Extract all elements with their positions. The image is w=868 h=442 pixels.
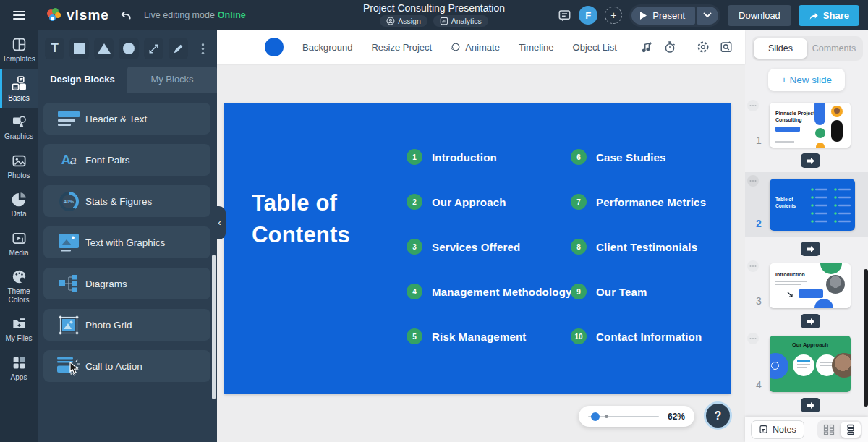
- zoom-slider-thumb[interactable]: [591, 412, 600, 421]
- share-label: Share: [823, 10, 849, 21]
- slide-thumbnail-4[interactable]: Our Approach: [770, 336, 851, 392]
- slides-scrollbar[interactable]: [864, 269, 868, 407]
- tab-design-blocks[interactable]: Design Blocks: [38, 67, 127, 93]
- comment-indicator-icon[interactable]: [747, 175, 759, 187]
- slide-number: 3: [752, 295, 765, 307]
- block-font-pairs[interactable]: Aa Font Pairs: [43, 144, 210, 176]
- animate-button[interactable]: Animate: [451, 42, 500, 53]
- comment-indicator-icon[interactable]: [747, 260, 759, 272]
- block-label: Photo Grid: [85, 320, 132, 331]
- toc-item[interactable]: 5 Risk Management: [407, 328, 572, 344]
- block-label: Call to Action: [85, 361, 142, 372]
- block-text-with-graphics[interactable]: Text with Graphics: [43, 226, 210, 258]
- slide-thumbnail-1[interactable]: Pinnacle Project Consulting: [770, 103, 851, 148]
- block-call-to-action[interactable]: Call to Action: [43, 350, 210, 382]
- zoom-slider[interactable]: [588, 416, 659, 417]
- timer-button[interactable]: [663, 41, 676, 54]
- text-tool[interactable]: T: [45, 38, 64, 59]
- thumb-shape: [814, 103, 825, 125]
- sidebar-item-photos[interactable]: Photos: [0, 147, 38, 186]
- tab-slides[interactable]: Slides: [754, 38, 807, 59]
- slide-row-2-active: 2 Table of Contents: [745, 172, 868, 237]
- sidebar-item-media[interactable]: Media: [0, 224, 38, 263]
- undo-icon[interactable]: [119, 9, 132, 22]
- download-button[interactable]: Download: [728, 5, 791, 26]
- toc-label: Performance Metrics: [596, 196, 706, 208]
- toc-item[interactable]: 4 Management Methodology: [407, 284, 572, 299]
- slide-thumbnail-2[interactable]: Table of Contents: [770, 179, 855, 231]
- sidebar-item-templates[interactable]: Templates: [0, 30, 38, 69]
- comment-indicator-icon[interactable]: [747, 100, 759, 111]
- grid-view-button[interactable]: [819, 422, 839, 438]
- music-button[interactable]: [640, 41, 653, 54]
- sidebar-item-theme-colors[interactable]: Theme Colors: [0, 263, 38, 310]
- more-tools-button[interactable]: [193, 38, 213, 59]
- block-photo-grid[interactable]: Photo Grid: [43, 309, 210, 341]
- visme-editor: visme Live editing mode Online Project C…: [0, 0, 868, 442]
- preview-button[interactable]: [720, 41, 733, 54]
- avatar[interactable]: F: [579, 6, 597, 25]
- toc-item[interactable]: 1 Introduction: [407, 149, 572, 165]
- toc-number-badge: 1: [407, 149, 422, 165]
- toc-label: Introduction: [432, 151, 497, 163]
- settings-button[interactable]: [697, 41, 710, 54]
- slide-transition-button[interactable]: [801, 314, 820, 328]
- toc-item[interactable]: 10 Contact Information: [571, 328, 706, 344]
- panel-scrollbar[interactable]: [212, 255, 216, 399]
- tab-my-blocks[interactable]: My Blocks: [127, 67, 217, 93]
- sidebar-item-graphics[interactable]: Graphics: [0, 108, 38, 147]
- stats-figures-icon: 40%: [52, 192, 85, 211]
- toc-item[interactable]: 6 Case Studies: [571, 149, 706, 165]
- tab-comments[interactable]: Comments: [807, 38, 861, 59]
- slide-transition-button[interactable]: [801, 242, 820, 256]
- help-button[interactable]: ?: [704, 401, 732, 430]
- resize-project-button[interactable]: Resize Project: [371, 42, 432, 53]
- slide-row-3: 3 Introduction: [745, 260, 868, 310]
- timeline-button[interactable]: Timeline: [519, 42, 554, 53]
- toc-item[interactable]: 8 Client Testimonials: [571, 239, 706, 255]
- slide-transition-button[interactable]: [801, 153, 820, 168]
- sidebar-item-basics[interactable]: Basics: [0, 69, 38, 109]
- sidebar-label: Theme Colors: [0, 287, 38, 304]
- square-tool[interactable]: [69, 38, 89, 59]
- comment-indicator-icon[interactable]: [747, 333, 759, 344]
- background-button[interactable]: Background: [302, 42, 352, 53]
- sidebar-item-apps[interactable]: Apps: [0, 349, 38, 388]
- slide-transition-button[interactable]: [801, 398, 820, 412]
- triangle-tool[interactable]: [94, 38, 114, 59]
- toc-item[interactable]: 9 Our Team: [571, 284, 706, 299]
- present-dropdown-button[interactable]: [697, 7, 718, 25]
- visme-logo[interactable]: visme: [46, 7, 109, 23]
- slide-canvas[interactable]: Table of Contents 1 Introduction 2 Our A…: [224, 103, 731, 394]
- object-list-button[interactable]: Object List: [573, 42, 617, 53]
- analytics-button[interactable]: Analytics: [433, 15, 488, 27]
- comments-icon[interactable]: [558, 9, 571, 22]
- share-button[interactable]: Share: [799, 5, 859, 26]
- slide-thumbnail-3[interactable]: Introduction: [770, 263, 851, 308]
- pen-tool[interactable]: [169, 38, 188, 59]
- block-stats-figures[interactable]: 40% Stats & Figures: [43, 185, 210, 217]
- block-header-text[interactable]: Header & Text: [43, 103, 210, 135]
- notes-button[interactable]: Notes: [751, 420, 804, 439]
- sidebar-item-data[interactable]: Data: [0, 185, 38, 224]
- hamburger-menu-icon[interactable]: [0, 0, 38, 30]
- new-slide-button[interactable]: + New slide: [768, 69, 845, 91]
- line-tool[interactable]: [144, 38, 163, 59]
- thumb-shape: [797, 367, 807, 368]
- media-icon: [12, 231, 27, 246]
- toc-item[interactable]: 7 Performance Metrics: [571, 194, 706, 210]
- circle-tool[interactable]: [119, 38, 138, 59]
- toc-item[interactable]: 3 Services Offered: [407, 239, 572, 255]
- sidebar-item-my-files[interactable]: My Files: [0, 310, 38, 349]
- bar-chart-icon: [440, 17, 448, 25]
- toc-item[interactable]: 2 Our Approach: [407, 194, 572, 210]
- list-view-button[interactable]: [841, 422, 861, 438]
- background-color-swatch[interactable]: [265, 38, 284, 56]
- collapse-panel-button[interactable]: ‹: [213, 206, 226, 239]
- add-collaborator-button[interactable]: +: [605, 7, 622, 24]
- slide-title[interactable]: Table of Contents: [252, 187, 378, 251]
- block-diagrams[interactable]: Diagrams: [43, 268, 210, 299]
- project-title[interactable]: Project Consulting Presentation: [363, 2, 505, 14]
- assign-button[interactable]: Assign: [380, 15, 427, 27]
- present-button[interactable]: Present: [631, 7, 695, 25]
